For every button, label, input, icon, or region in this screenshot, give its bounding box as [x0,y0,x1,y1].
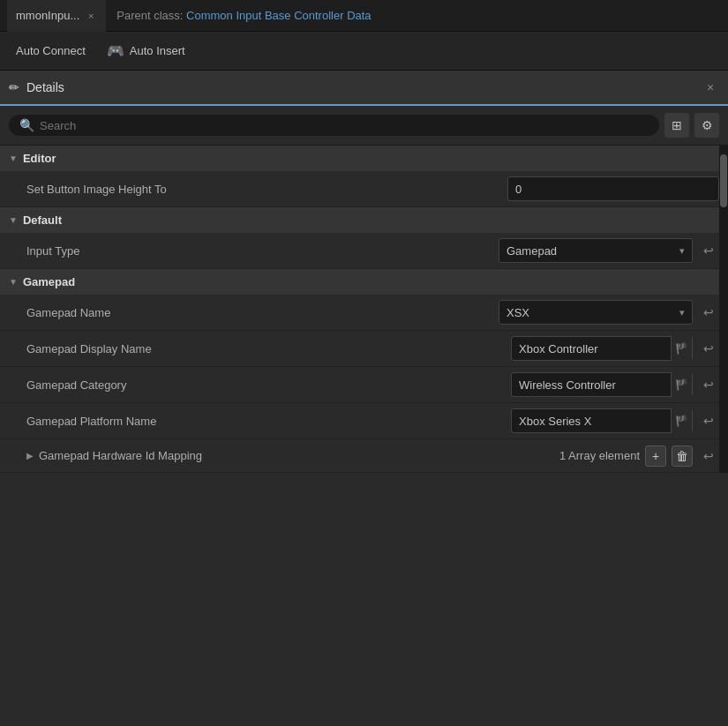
scroll-track[interactable] [719,146,728,473]
grid-icon: ⊞ [672,118,682,132]
array-element-count: 1 Array element [559,449,640,462]
details-title-area: Details [9,80,694,94]
input-type-dropdown[interactable]: Gamepad ▾ [499,238,693,263]
editor-chevron: ▼ [9,153,18,163]
gamepad-category-flag[interactable]: 🏴 [671,372,692,397]
default-section-title: Default [23,213,62,227]
gamepad-hardware-id-label: Gamepad Hardware Id Mapping [39,449,559,462]
gamepad-section-header[interactable]: ▼ Gamepad [0,269,728,295]
auto-connect-label: Auto Connect [16,44,86,57]
hardware-id-expand[interactable]: ▶ [26,451,34,460]
gamepad-display-name-label: Gamepad Display Name [26,342,511,356]
gamepad-name-row: Gamepad Name XSX ▾ ↩ [0,295,728,331]
search-icon: 🔍 [19,118,34,132]
gamepad-platform-name-wrap: 🏴 [511,408,693,433]
gamepad-category-value: 🏴 ↩ [511,372,719,397]
gamepad-platform-name-reset[interactable]: ↩ [698,410,719,431]
settings-button[interactable]: ⚙ [694,113,719,138]
auto-insert-icon: 🎮 [107,42,124,59]
gamepad-platform-name-flag[interactable]: 🏴 [671,408,692,433]
input-type-selected: Gamepad [507,244,557,258]
gamepad-category-reset[interactable]: ↩ [698,374,719,395]
gamepad-section-title: Gamepad [23,275,75,288]
top-bar: mmonInpu... × Parent class: Common Input… [0,0,728,32]
details-title: Details [26,80,64,94]
set-button-image-height-label: Set Button Image Height To [26,183,507,196]
gamepad-platform-name-label: Gamepad Platform Name [26,415,511,428]
search-actions: ⊞ ⚙ [664,113,719,138]
gamepad-name-dropdown[interactable]: XSX ▾ [499,300,693,325]
gamepad-display-name-reset[interactable]: ↩ [698,338,719,359]
scroll-thumb[interactable] [720,154,727,207]
default-section-header[interactable]: ▼ Default [0,207,728,233]
gamepad-hardware-id-row: ▶ Gamepad Hardware Id Mapping 1 Array el… [0,439,728,473]
auto-insert-button[interactable]: 🎮 Auto Insert [98,39,194,63]
add-array-element-button[interactable]: + [645,445,666,467]
gamepad-name-label: Gamepad Name [26,306,499,319]
parent-class-link[interactable]: Common Input Base Controller Data [186,9,372,22]
gamepad-platform-name-input[interactable] [512,411,671,431]
toolbar: Auto Connect 🎮 Auto Insert [0,32,728,71]
gamepad-display-name-wrap: 🏴 [511,336,693,361]
search-bar: 🔍 ⊞ ⚙ [0,106,728,146]
details-panel: Details × 🔍 ⊞ ⚙ ▼ Editor Set Button Imag… [0,71,728,473]
input-type-reset[interactable]: ↩ [698,240,719,261]
input-type-label: Input Type [26,244,499,258]
editor-section-header[interactable]: ▼ Editor [0,146,728,171]
gamepad-name-reset[interactable]: ↩ [698,302,719,323]
details-close-button[interactable]: × [702,79,719,96]
set-button-image-height-row: Set Button Image Height To [0,171,728,207]
input-type-row: Input Type Gamepad ▾ ↩ [0,233,728,269]
input-type-arrow: ▾ [679,245,685,257]
gamepad-display-name-input[interactable] [512,339,671,359]
properties-scroll-area: ▼ Editor Set Button Image Height To ▼ De… [0,146,728,473]
gamepad-category-label: Gamepad Category [26,378,511,392]
gamepad-name-arrow: ▾ [679,307,685,318]
search-input[interactable] [40,119,649,132]
pencil-icon [9,80,19,94]
hardware-id-reset[interactable]: ↩ [698,445,719,467]
gamepad-category-row: Gamepad Category 🏴 ↩ [0,367,728,403]
delete-array-element-button[interactable]: 🗑 [672,445,693,467]
gamepad-display-name-row: Gamepad Display Name 🏴 ↩ [0,331,728,367]
auto-insert-label: Auto Insert [130,44,185,57]
tab-label: mmonInpu... [16,9,79,22]
grid-view-button[interactable]: ⊞ [664,113,689,138]
gamepad-hardware-id-value: 1 Array element + 🗑 ↩ [559,445,719,467]
parent-class-label: Parent class: Common Input Base Controll… [116,9,371,22]
tab-close-button[interactable]: × [85,10,97,22]
gamepad-platform-name-row: Gamepad Platform Name 🏴 ↩ [0,403,728,439]
gamepad-category-input[interactable] [512,375,671,395]
gamepad-name-value: XSX ▾ ↩ [499,300,719,325]
gamepad-display-name-flag[interactable]: 🏴 [671,336,692,361]
gamepad-chevron: ▼ [9,277,18,287]
gamepad-platform-name-value: 🏴 ↩ [511,408,719,433]
details-header: Details × [0,71,728,106]
set-button-image-height-value [507,176,719,201]
gamepad-display-name-value: 🏴 ↩ [511,336,719,361]
auto-connect-button[interactable]: Auto Connect [7,41,94,61]
gamepad-category-wrap: 🏴 [511,372,693,397]
default-chevron: ▼ [9,215,18,225]
input-type-value: Gamepad ▾ ↩ [499,238,719,263]
gamepad-name-selected: XSX [507,306,529,319]
search-field-wrap: 🔍 [9,115,659,136]
set-button-image-height-input[interactable] [507,176,719,201]
settings-icon: ⚙ [702,118,713,132]
editor-section-title: Editor [23,152,56,165]
active-tab[interactable]: mmonInpu... × [7,0,106,32]
